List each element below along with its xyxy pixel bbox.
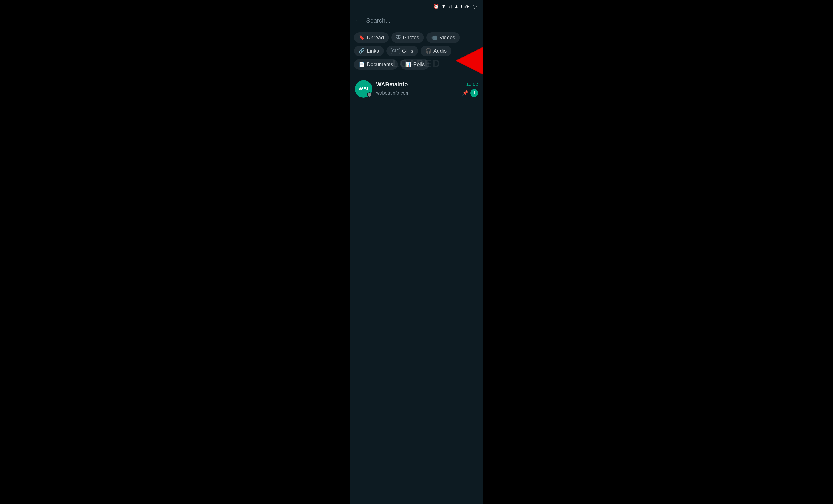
links-icon: 🔗 <box>359 48 365 54</box>
alarm-icon: ⏰ <box>433 4 439 9</box>
chat-content: WABetaInfo 13:02 wabetainfo.com 📌 1 <box>376 81 478 97</box>
battery-percentage: 65% <box>461 4 471 9</box>
chip-documents[interactable]: 📄 Documents <box>354 59 398 70</box>
left-black-area <box>0 0 350 504</box>
online-indicator <box>367 92 372 97</box>
chat-top: WABetaInfo 13:02 <box>376 81 478 88</box>
chip-photos-label: Photos <box>403 34 419 41</box>
filter-chips-container: 🔖 Unread 🖼 Photos 📹 Videos 🔗 Links GIF G… <box>350 28 483 72</box>
chip-videos-label: Videos <box>439 34 455 41</box>
right-black-area <box>483 0 833 504</box>
search-bar: ← Search... <box>350 13 483 28</box>
back-button[interactable]: ← <box>355 17 362 24</box>
status-icons: ⏰ ▼ ◁ ▲ 65% ◌ <box>433 4 477 9</box>
chip-documents-label: Documents <box>367 62 393 68</box>
chip-unread-label: Unread <box>367 34 384 41</box>
chip-audio-label: Audio <box>433 48 447 54</box>
unread-icon: 🔖 <box>359 35 365 40</box>
gifs-icon: GIF <box>391 48 400 54</box>
pin-icon: 📌 <box>462 90 468 96</box>
chip-links[interactable]: 🔗 Links <box>354 46 384 56</box>
chip-polls[interactable]: 📊 Polls <box>401 59 429 70</box>
chip-unread[interactable]: 🔖 Unread <box>354 32 389 43</box>
chip-videos[interactable]: 📹 Videos <box>427 32 460 43</box>
online-dot <box>368 93 371 96</box>
chip-row-1: 🔖 Unread 🖼 Photos 📹 Videos <box>354 32 479 43</box>
search-input[interactable]: Search... <box>366 17 478 24</box>
chip-links-label: Links <box>367 48 379 54</box>
photos-icon: 🖼 <box>396 35 401 40</box>
chat-name: WABetaInfo <box>376 81 408 88</box>
audio-icon: 🎧 <box>425 48 431 54</box>
documents-icon: 📄 <box>359 62 365 67</box>
chat-preview: wabetainfo.com <box>376 90 462 96</box>
chip-gifs-label: GIFs <box>402 48 413 54</box>
videos-icon: 📹 <box>431 35 437 40</box>
unread-badge: 1 <box>470 89 478 97</box>
signal2-icon: ▲ <box>454 4 459 9</box>
chip-row-2: 🔗 Links GIF GIFs 🎧 Audio <box>354 46 479 56</box>
wifi-icon: ▼ <box>441 4 446 9</box>
chat-bottom: wabetainfo.com 📌 1 <box>376 89 478 97</box>
signal1-icon: ◁ <box>448 4 452 9</box>
chat-time: 13:02 <box>466 81 478 87</box>
chip-photos[interactable]: 🖼 Photos <box>391 32 424 43</box>
phone-frame: ⏰ ▼ ◁ ▲ 65% ◌ ← Search... 🔖 Unread 🖼 Pho… <box>350 0 483 504</box>
avatar-text: WBI <box>359 86 368 92</box>
chip-polls-label: Polls <box>413 62 425 68</box>
status-bar: ⏰ ▼ ◁ ▲ 65% ◌ <box>350 0 483 13</box>
avatar: WBI <box>355 80 372 98</box>
chip-gifs[interactable]: GIF GIFs <box>386 46 418 56</box>
chat-list-item[interactable]: WBI WABetaInfo 13:02 wabetainfo.com 📌 1 <box>350 76 483 101</box>
polls-icon: 📊 <box>405 62 411 67</box>
chip-row-3: 📄 Documents 📊 Polls <box>354 59 479 70</box>
chip-audio[interactable]: 🎧 Audio <box>421 46 451 56</box>
chat-meta: 📌 1 <box>462 89 478 97</box>
sync-icon: ◌ <box>473 4 477 9</box>
